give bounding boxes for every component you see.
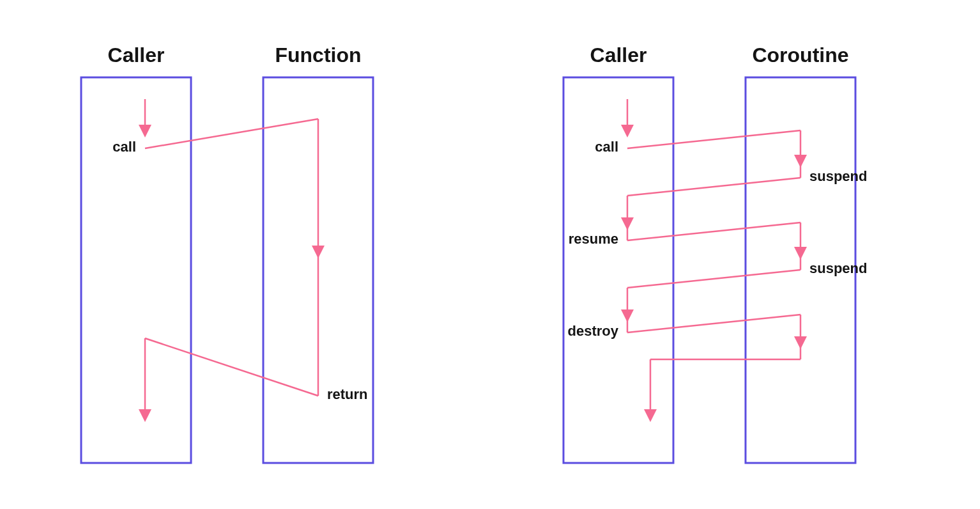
left-caller-header: Caller xyxy=(108,43,165,67)
right-suspend2-line xyxy=(627,270,800,288)
right-callee-header: Coroutine xyxy=(752,43,848,67)
left-arrow-in-head xyxy=(139,125,151,137)
right-destroy-line xyxy=(627,315,800,333)
right-suspend1-line xyxy=(627,178,800,196)
right-caller-out-arrow xyxy=(644,409,657,422)
right-destroy-label: destroy xyxy=(568,323,619,339)
left-return-line xyxy=(145,338,318,396)
left-call-line xyxy=(145,119,318,148)
right-resume-line xyxy=(627,223,800,240)
right-call-label: call xyxy=(595,139,618,155)
left-call-label: call xyxy=(112,139,136,155)
right-caller-header: Caller xyxy=(590,43,647,67)
diagram-canvas: Caller Function call return Caller Corou… xyxy=(0,0,980,509)
right-suspend2-label: suspend xyxy=(809,260,867,276)
left-caller-box xyxy=(81,77,191,463)
right-caller-box xyxy=(563,77,673,463)
left-callee-header: Function xyxy=(275,43,361,67)
left-return-label: return xyxy=(327,386,368,402)
right-resume-label: resume xyxy=(569,231,618,247)
right-suspend1-label: suspend xyxy=(809,168,867,184)
right-call-line xyxy=(627,130,800,148)
left-caller-out-arrow xyxy=(139,409,151,422)
right-arrow-in-head xyxy=(621,125,634,137)
